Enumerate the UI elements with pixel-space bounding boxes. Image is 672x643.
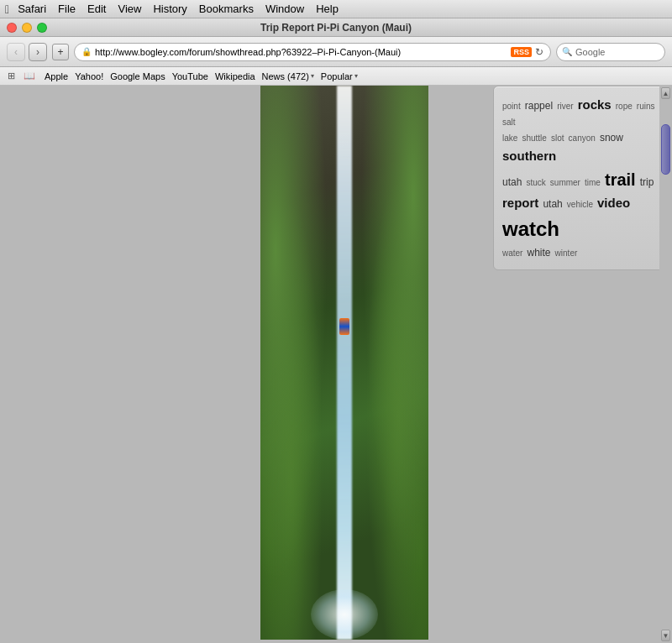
bookmark-popular[interactable]: Popular ▾ (321, 71, 358, 81)
scroll-thumb[interactable] (661, 124, 670, 175)
bookmarks-icons: ⊞ 📖 (5, 70, 38, 82)
right-sidebar: point rappel river rocks rope ruins salt… (487, 86, 672, 643)
search-placeholder: Google (575, 47, 605, 57)
nav-buttons: ‹ › (7, 43, 47, 61)
tag-trip[interactable]: trip (640, 176, 654, 188)
menu-help[interactable]: Help (316, 3, 339, 15)
reading-list-icon[interactable]: 📖 (21, 70, 38, 82)
add-bookmark-button[interactable]: + (52, 44, 69, 60)
bookmarks-bar: ⊞ 📖 Apple Yahoo! Google Maps YouTube Wik… (0, 67, 672, 86)
tag-slot[interactable]: slot (551, 133, 564, 143)
tag-snow[interactable]: snow (600, 132, 623, 144)
menu-bar:  Safari File Edit View History Bookmark… (0, 0, 672, 18)
tag-utah2[interactable]: utah (543, 198, 562, 210)
tag-point[interactable]: point (502, 102, 521, 111)
tag-lake[interactable]: lake (502, 133, 517, 143)
bookmark-googlemaps[interactable]: Google Maps (110, 71, 165, 81)
back-button[interactable]: ‹ (7, 43, 25, 61)
tag-canyon[interactable]: canyon (569, 133, 596, 143)
waterfall-splash (311, 589, 378, 640)
refresh-icon[interactable]: ↻ (535, 46, 543, 58)
tag-rocks[interactable]: rocks (578, 97, 612, 112)
foliage-left-layer (260, 86, 336, 640)
tag-trail[interactable]: trail (605, 170, 636, 189)
tag-cloud-box: point rappel river rocks rope ruins salt… (493, 86, 665, 270)
center-content (202, 86, 487, 643)
window-controls (7, 23, 47, 33)
main-content: point rappel river rocks rope ruins salt… (0, 86, 672, 643)
menu-window[interactable]: Window (265, 3, 304, 15)
address-text: http://www.bogley.com/forum/showthread.p… (95, 47, 507, 57)
waterfall-container (260, 86, 428, 643)
menu-file[interactable]: File (58, 3, 76, 15)
menu-safari[interactable]: Safari (18, 3, 46, 15)
bookmark-wikipedia[interactable]: Wikipedia (215, 71, 255, 81)
maximize-button[interactable] (37, 23, 47, 33)
security-icon: 🔒 (81, 47, 92, 56)
tag-ruins[interactable]: ruins (637, 102, 655, 111)
waterfall-stream (337, 86, 352, 640)
tag-winter[interactable]: winter (555, 248, 578, 258)
sidebar-toggle-icon[interactable]: ⊞ (5, 70, 18, 82)
bookmark-apple[interactable]: Apple (45, 71, 68, 81)
tag-summer[interactable]: summer (550, 178, 580, 187)
scroll-up-arrow[interactable]: ▲ (661, 87, 670, 99)
menu-bookmarks[interactable]: Bookmarks (199, 3, 254, 15)
search-box[interactable]: 🔍 Google (556, 43, 665, 61)
tag-video[interactable]: video (597, 196, 630, 210)
tag-report[interactable]: report (502, 196, 538, 210)
menu-view[interactable]: View (118, 3, 141, 15)
title-bar: Trip Report Pi-Pi Canyon (Maui) (0, 18, 672, 37)
foliage-right-layer (353, 86, 428, 640)
tag-rope[interactable]: rope (616, 102, 633, 111)
toolbar: ‹ › + 🔒 http://www.bogley.com/forum/show… (0, 37, 672, 67)
scrollbar[interactable]: ▲ ▼ (659, 86, 672, 643)
tag-shuttle[interactable]: shuttle (522, 133, 546, 143)
bookmarks-items: Apple Yahoo! Google Maps YouTube Wikiped… (45, 71, 358, 81)
apple-menu[interactable]:  (5, 3, 9, 16)
bookmark-popular-label: Popular (321, 71, 353, 81)
scroll-down-arrow[interactable]: ▼ (661, 630, 670, 641)
tag-utah[interactable]: utah (502, 176, 522, 188)
tag-white[interactable]: white (528, 247, 551, 259)
close-button[interactable] (7, 23, 17, 33)
tag-time[interactable]: time (585, 178, 601, 187)
menu-edit[interactable]: Edit (87, 3, 106, 15)
forward-button[interactable]: › (29, 43, 47, 61)
menu-items: Safari File Edit View History Bookmarks … (18, 3, 339, 15)
search-icon: 🔍 (562, 47, 572, 56)
tag-salt[interactable]: salt (502, 118, 516, 127)
person-rappelling (339, 318, 349, 335)
tag-rappel[interactable]: rappel (525, 100, 553, 112)
tag-southern[interactable]: southern (502, 149, 556, 163)
minimize-button[interactable] (22, 23, 32, 33)
menu-history[interactable]: History (153, 3, 186, 15)
bookmark-news-label: News (472) (262, 71, 309, 81)
address-bar[interactable]: 🔒 http://www.bogley.com/forum/showthread… (74, 43, 551, 61)
tag-river[interactable]: river (557, 102, 573, 111)
window-title: Trip Report Pi-Pi Canyon (Maui) (260, 22, 412, 34)
tag-water[interactable]: water (502, 248, 522, 258)
waterfall-image (260, 86, 428, 640)
popular-dropdown-arrow: ▾ (354, 72, 358, 80)
tag-watch[interactable]: watch (502, 217, 559, 240)
bookmark-news[interactable]: News (472) ▾ (262, 71, 314, 81)
rss-badge[interactable]: RSS (511, 47, 532, 57)
tag-cloud: point rappel river rocks rope ruins salt… (502, 95, 656, 261)
news-dropdown-arrow: ▾ (311, 72, 314, 80)
bookmark-yahoo[interactable]: Yahoo! (75, 71, 103, 81)
left-gutter (0, 86, 202, 643)
bookmark-youtube[interactable]: YouTube (172, 71, 208, 81)
tag-vehicle[interactable]: vehicle (567, 200, 593, 209)
tag-stuck[interactable]: stuck (526, 178, 545, 187)
